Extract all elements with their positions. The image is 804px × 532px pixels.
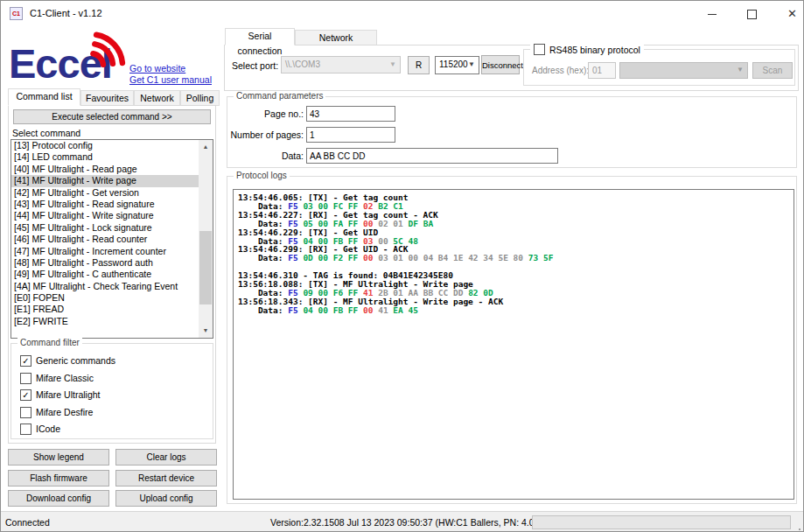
minimize-icon (708, 14, 717, 15)
restart-device-button[interactable]: Restart device (115, 470, 217, 486)
checkbox-label: Mifare Desfire (36, 407, 93, 417)
app-icon: C1 (10, 7, 23, 20)
action-buttons: Show legendClear logsFlash firmwareResta… (8, 449, 217, 507)
website-link[interactable]: Go to website (129, 63, 185, 74)
filter-checkbox-row[interactable]: ICode (20, 422, 209, 439)
scroll-up-icon[interactable]: ▲ (199, 140, 213, 154)
number-of-pages-field[interactable] (306, 127, 395, 143)
command-filter-group: Command filter ✓Generic commandsMifare C… (10, 343, 213, 439)
checkbox-label: ICode (36, 424, 60, 434)
protocol-logs-label: Protocol logs (234, 171, 290, 180)
checkbox-label: Mifare Classic (36, 373, 94, 383)
tab-polling[interactable]: Polling (180, 90, 220, 106)
command-list-item[interactable]: [45] MF Ultralight - Lock signature (11, 222, 213, 234)
refresh-ports-button[interactable]: R (408, 56, 430, 74)
scrollbar-thumb[interactable] (199, 231, 212, 304)
chevron-down-icon: ▼ (737, 66, 744, 74)
checkbox-checked[interactable]: ✓ (20, 389, 31, 401)
select-command-label: Select command (12, 128, 80, 138)
protocol-log-box: 13:54:46.065: [TX] - Get tag count Data:… (233, 189, 794, 500)
command-parameters-group: Command parameters Page no.:Number of pa… (227, 96, 797, 168)
filter-checkbox-row[interactable]: Mifare Desfire (20, 405, 209, 423)
parameter-label: Number of pages: (227, 127, 304, 143)
command-list-item[interactable]: [14] LED command (11, 151, 213, 163)
chevron-down-icon: ▼ (468, 57, 475, 73)
address-hex-label: Address (hex): (532, 66, 589, 75)
command-list-item[interactable]: [41] MF Ultralight - Write page (11, 175, 213, 186)
rs485-binary-protocol-checkbox-row[interactable]: RS485 binary protocol (530, 44, 644, 56)
scroll-down-icon[interactable]: ▼ (199, 324, 213, 338)
command-list-item[interactable]: [13] Protocol config (11, 140, 213, 151)
command-list-item[interactable]: [48] MF Ultralight - Password auth (11, 257, 213, 269)
app-window: C1 C1-Client - v1.12 ✕ Eccel Go to websi… (0, 0, 804, 532)
filter-checkbox-row[interactable]: ✓Generic commands (20, 354, 209, 371)
progress-bar (532, 515, 791, 529)
command-list-item[interactable]: [49] MF Ultralight - C authenticate (11, 269, 213, 280)
maximize-icon (747, 10, 757, 19)
checkbox-unchecked[interactable] (20, 373, 31, 384)
command-list-item[interactable]: [E0] FOPEN (11, 292, 213, 304)
tab-network-connection[interactable]: Network connection (295, 30, 377, 46)
download-config-button[interactable]: Download config (8, 490, 109, 507)
tab-favourites[interactable]: Favourites (80, 90, 134, 106)
protocol-logs-group: Protocol logs 13:54:46.065: [TX] - Get t… (227, 176, 797, 504)
address-hex-field: 01 (588, 62, 616, 79)
filter-checkbox-row[interactable]: ✓Mifare Ultralight (20, 388, 209, 405)
command-list-item[interactable]: [E2] FWRITE (11, 316, 213, 327)
flash-firmware-button[interactable]: Flash firmware (8, 470, 109, 486)
data-field[interactable] (306, 148, 558, 164)
baud-rate-value: 115200 (439, 60, 468, 69)
tab-network[interactable]: Network (134, 90, 180, 106)
rs485-device-select: ▼ (619, 62, 748, 79)
checkbox-unchecked[interactable] (20, 407, 31, 418)
baud-rate-select[interactable]: 115200 ▼ (435, 56, 479, 74)
disconnect-button[interactable]: Disconnect (481, 55, 520, 74)
resize-grip-icon[interactable] (799, 528, 801, 530)
parameter-label: Data: (227, 148, 304, 164)
upload-config-button[interactable]: Upload config (115, 490, 217, 507)
logo-signal-waves-icon (86, 20, 136, 67)
page-no-field[interactable] (306, 106, 395, 122)
command-list-item[interactable]: [44] MF Ultralight - Write signature (11, 210, 213, 221)
command-filter-list: ✓Generic commandsMifare Classic✓Mifare U… (20, 354, 209, 439)
maximize-button[interactable] (732, 1, 772, 26)
checkbox-unchecked[interactable] (20, 424, 31, 435)
tab-command-list[interactable]: Command list (8, 88, 80, 106)
command-list-item[interactable]: [E1] FREAD (11, 304, 213, 315)
command-list-item[interactable]: [46] MF Ultralight - Read counter (11, 234, 213, 245)
minimize-button[interactable] (692, 1, 731, 26)
log-line: Data: F5 04 00 FB FF 00 41 EA 45 (238, 306, 794, 315)
show-legend-button[interactable]: Show legend (8, 449, 109, 466)
checkbox-checked[interactable]: ✓ (20, 355, 31, 367)
command-list-item[interactable]: [47] MF Ultralight - Increment counter (11, 246, 213, 257)
window-title: C1-Client - v1.12 (30, 8, 102, 18)
chevron-down-icon: ▼ (389, 57, 396, 73)
command-list: [13] Protocol config[14] LED command[40]… (10, 139, 213, 339)
port-value: \\.\COM3 (285, 60, 320, 69)
command-list-item[interactable]: [4A] MF Ultralight - Check Tearing Event (11, 281, 213, 292)
protocol-log-text: 13:54:46.065: [TX] - Get tag count Data:… (234, 190, 794, 315)
close-button[interactable]: ✕ (773, 1, 804, 26)
checkbox-label: Mifare Ultralight (36, 389, 101, 400)
execute-selected-command-button[interactable]: Execute selected command >> (13, 109, 211, 124)
command-list-item[interactable]: [40] MF Ultralight - Read page (11, 164, 213, 175)
user-manual-link[interactable]: Get C1 user manual (129, 74, 212, 85)
clear-logs-button[interactable]: Clear logs (115, 449, 217, 466)
select-port-label: Select port: (232, 60, 278, 71)
close-icon: ✕ (787, 7, 797, 20)
command-filter-label: Command filter (17, 338, 82, 347)
version-text: Version:2.32.1508 Jul 13 2023 09:50:37 (… (270, 517, 537, 528)
parameter-label: Page no.: (227, 106, 304, 122)
command-parameters-label: Command parameters (234, 91, 325, 101)
checkbox-label: Generic commands (36, 355, 115, 366)
tab-serial-connection[interactable]: Serial connection (225, 28, 295, 46)
command-list-scrollbar[interactable]: ▲ ▼ (199, 140, 213, 338)
command-list-item[interactable]: [42] MF Ultralight - Get version (11, 187, 213, 199)
command-list-item[interactable]: [43] MF Ultralight - Read signature (11, 199, 213, 210)
log-line: Data: F5 0D 00 F2 FF 00 03 01 00 04 B4 1… (238, 254, 794, 262)
scan-button: Scan (752, 62, 793, 79)
checkbox[interactable] (534, 44, 545, 55)
status-bar: Connected Version:2.32.1508 Jul 13 2023 … (1, 511, 803, 532)
filter-checkbox-row[interactable]: Mifare Classic (20, 371, 209, 388)
rs485-checkbox-label: RS485 binary protocol (549, 45, 640, 55)
